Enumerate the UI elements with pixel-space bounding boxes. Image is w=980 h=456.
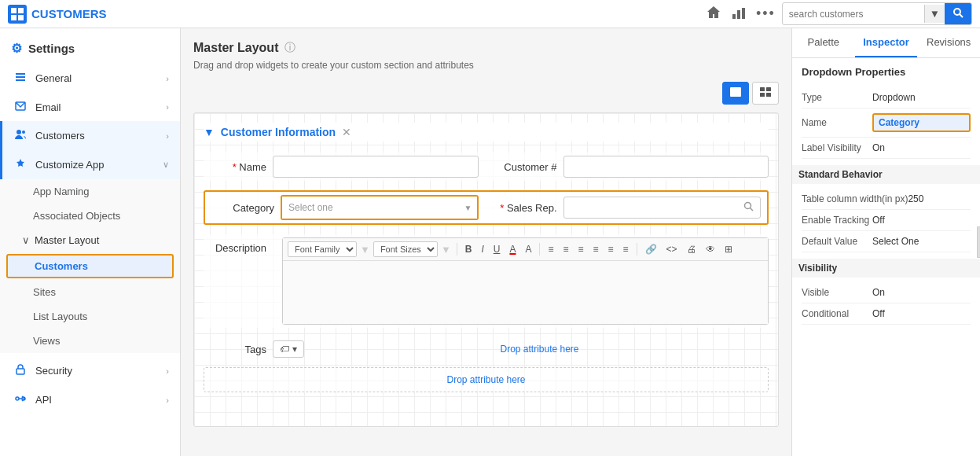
customer-num-input[interactable] bbox=[563, 156, 769, 178]
link-button[interactable]: 🔗 bbox=[641, 242, 661, 256]
search-dropdown-button[interactable]: ▼ bbox=[924, 5, 945, 23]
prop-row-table-col-width: Table column width(in px) 250 bbox=[802, 189, 971, 210]
submenu-customers-active[interactable]: Customers bbox=[6, 254, 174, 278]
security-label: Security bbox=[35, 365, 166, 377]
content-wrapper: Master Layout ⓘ Drag and drop widgets to… bbox=[181, 28, 980, 456]
section-chevron: ▼ bbox=[204, 126, 215, 138]
section-title: Customer Information bbox=[221, 126, 336, 138]
table-col-width-label: Table column width(in px) bbox=[802, 193, 908, 204]
name-prop-input[interactable] bbox=[872, 113, 971, 132]
sales-rep-input[interactable] bbox=[564, 199, 738, 216]
submenu-list-layouts[interactable]: List Layouts bbox=[0, 304, 180, 329]
table-col-width-value: 250 bbox=[908, 193, 971, 204]
svg-rect-3 bbox=[18, 15, 24, 20]
sidebar-item-security[interactable]: Security › bbox=[0, 356, 180, 385]
submenu-app-naming[interactable]: App Naming bbox=[0, 179, 180, 204]
settings-label: Settings bbox=[28, 42, 75, 55]
bold-button[interactable]: B bbox=[461, 242, 476, 256]
visible-label: Visible bbox=[802, 287, 872, 298]
single-view-button[interactable] bbox=[722, 82, 749, 105]
table-button[interactable]: ⊞ bbox=[721, 242, 736, 256]
sidebar-item-email[interactable]: Email › bbox=[0, 93, 180, 121]
chart-icon[interactable] bbox=[731, 5, 747, 24]
customers-label: Customers bbox=[35, 130, 166, 142]
list-ul-button[interactable]: ≡ bbox=[604, 242, 618, 256]
tab-inspector[interactable]: Inspector bbox=[855, 28, 918, 57]
tags-row: Tags 🏷 ▾ Drop attribute here bbox=[204, 337, 769, 361]
form-row-description: Description Font Family ▼ Font Sizes ▼ bbox=[204, 234, 769, 328]
italic-button[interactable]: I bbox=[477, 242, 487, 256]
svg-rect-21 bbox=[766, 87, 771, 91]
svg-rect-1 bbox=[18, 8, 24, 13]
justify-button[interactable]: ≡ bbox=[589, 242, 603, 256]
info-icon[interactable]: ⓘ bbox=[284, 41, 295, 55]
visible-value: On bbox=[872, 287, 971, 298]
submenu-master-layout-parent[interactable]: ∨ Master Layout bbox=[0, 228, 180, 252]
font-bg-button[interactable]: A bbox=[521, 242, 535, 256]
underline-button[interactable]: U bbox=[490, 242, 505, 256]
font-size-select[interactable]: Font Sizes bbox=[373, 241, 438, 257]
drop-attribute-zone[interactable]: Drop attribute here bbox=[204, 367, 769, 392]
collapse-toggle[interactable]: ‹ bbox=[977, 226, 980, 258]
prop-row-conditional: Conditional Off bbox=[802, 303, 971, 325]
customer-num-field: Customer # bbox=[494, 156, 769, 178]
svg-rect-10 bbox=[16, 76, 25, 78]
font-family-select[interactable]: Font Family bbox=[288, 241, 357, 257]
sidebar-item-general[interactable]: General › bbox=[0, 64, 180, 93]
sidebar-item-customize[interactable]: Customize App ∨ bbox=[0, 150, 180, 179]
standard-behavior-header: Standard Behavior bbox=[792, 165, 980, 184]
sales-rep-field: Sales Rep. bbox=[494, 197, 762, 219]
tags-icon: 🏷 bbox=[280, 344, 289, 355]
align-center-button[interactable]: ≡ bbox=[559, 242, 572, 256]
sidebar-item-api[interactable]: API › bbox=[0, 385, 180, 414]
search-input[interactable] bbox=[783, 6, 924, 23]
customize-submenu: App Naming Associated Objects ∨ Master L… bbox=[0, 179, 180, 353]
submenu-views[interactable]: Views bbox=[0, 329, 180, 353]
home-icon[interactable] bbox=[706, 5, 721, 24]
sales-rep-search-icon[interactable] bbox=[737, 201, 760, 214]
label-visibility-label: Label Visibility bbox=[802, 142, 872, 153]
name-input[interactable] bbox=[273, 156, 479, 178]
search-button[interactable] bbox=[945, 3, 971, 24]
svg-rect-5 bbox=[737, 10, 740, 19]
align-right-button[interactable]: ≡ bbox=[574, 242, 588, 256]
category-select[interactable]: Select one bbox=[282, 197, 477, 219]
section-close-icon[interactable]: ✕ bbox=[342, 126, 351, 138]
editor-toolbar: Font Family ▼ Font Sizes ▼ B I U A bbox=[283, 238, 768, 261]
enable-tracking-label: Enable Tracking bbox=[802, 215, 872, 226]
enable-tracking-value: Off bbox=[872, 215, 971, 226]
submenu-associated-objects[interactable]: Associated Objects bbox=[0, 204, 180, 228]
code-button[interactable]: <> bbox=[663, 242, 681, 256]
email-chevron: › bbox=[166, 102, 169, 112]
submenu-sites[interactable]: Sites bbox=[0, 280, 180, 304]
tags-arrow: ▾ bbox=[292, 344, 297, 355]
sidebar: ⚙ Settings General › Emai bbox=[0, 28, 181, 456]
panel-section-title: Dropdown Properties bbox=[802, 66, 971, 78]
category-field: Category Select one ▼ bbox=[211, 195, 479, 220]
preview-button[interactable]: 👁 bbox=[702, 242, 719, 256]
name-field: Name bbox=[204, 156, 479, 178]
svg-rect-19 bbox=[730, 87, 741, 97]
prop-row-visible: Visible On bbox=[802, 282, 971, 303]
sidebar-item-customers[interactable]: Customers › bbox=[0, 121, 180, 150]
list-ol-button[interactable]: ≡ bbox=[619, 242, 633, 256]
print-button[interactable]: 🖨 bbox=[683, 242, 700, 256]
customer-num-label: Customer # bbox=[494, 161, 557, 173]
tab-revisions[interactable]: Revisions bbox=[917, 28, 980, 57]
more-icon[interactable]: ••• bbox=[756, 6, 776, 22]
tab-palette[interactable]: Palette bbox=[792, 28, 855, 57]
panel-tabs: Palette Inspector Revisions bbox=[792, 28, 980, 58]
editor-body[interactable] bbox=[283, 261, 768, 324]
font-color-button[interactable]: A bbox=[505, 242, 519, 256]
form-row-category: Category Select one ▼ Sales Rep. bbox=[204, 190, 769, 225]
section-header: ▼ Customer Information ✕ bbox=[204, 123, 769, 142]
svg-rect-20 bbox=[760, 87, 765, 91]
tags-dropdown[interactable]: 🏷 ▾ bbox=[273, 340, 304, 358]
align-left-button[interactable]: ≡ bbox=[544, 242, 557, 256]
top-bar-icons: ••• bbox=[706, 5, 776, 24]
type-value: Dropdown bbox=[872, 92, 971, 103]
sales-rep-input-wrapper bbox=[563, 197, 762, 219]
master-layout-label: Master Layout bbox=[35, 234, 99, 246]
search-container: ▼ bbox=[782, 2, 972, 25]
grid-view-button[interactable] bbox=[752, 82, 779, 105]
